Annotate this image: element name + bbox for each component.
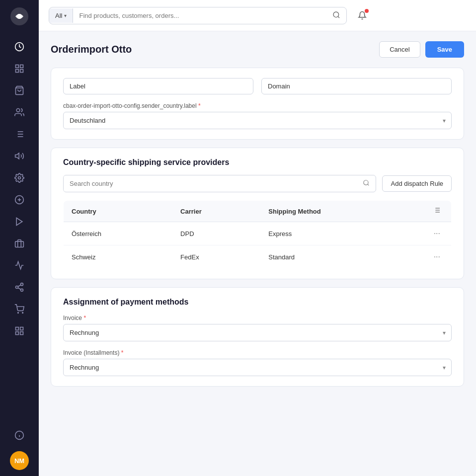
svg-point-37 [364,180,368,185]
sidebar-item-grid[interactable] [8,321,31,341]
chevron-down-icon: ▾ [64,13,67,18]
svg-point-21 [21,283,23,286]
country-column-header: Country [64,201,173,222]
sidebar-item-plugins[interactable] [8,190,31,210]
add-dispatch-rule-button[interactable]: Add dispatch Rule [382,175,452,192]
sender-country-select[interactable]: Deutschland Österreich Schweiz [63,112,452,129]
svg-rect-20 [15,241,24,247]
search-icon [357,175,376,192]
page-title: Orderimport Otto [51,44,132,55]
sender-country-label: cbax-order-import-otto-config.sender_cou… [63,102,452,109]
config-card: cbax-order-import-otto-config.sender_cou… [51,68,464,140]
svg-point-35 [333,12,339,17]
row-menu-button[interactable]: ··· [431,251,443,262]
svg-rect-6 [20,70,23,73]
sidebar-item-channels[interactable] [8,277,31,297]
sidebar-item-dashboard[interactable] [8,37,31,57]
svg-rect-5 [16,70,19,73]
sidebar-item-shop[interactable] [8,299,31,319]
carrier-column-header: Carrier [172,201,260,222]
svg-point-26 [18,313,19,314]
svg-point-16 [18,177,21,179]
search-box: All ▾ [49,7,347,24]
svg-point-22 [16,286,18,289]
user-avatar[interactable]: NM [10,451,29,470]
payment-card: Assignment of payment methods Invoice * … [51,287,464,387]
required-marker: * [83,315,86,321]
carrier-cell: FedEx [172,245,260,269]
country-search-input[interactable] [64,176,357,191]
search-filter-value: All [55,12,62,19]
search-input[interactable] [73,8,326,23]
sidebar-item-finance[interactable] [8,234,31,253]
sidebar-item-customers[interactable] [8,102,31,122]
sidebar-item-reports[interactable] [8,124,31,144]
invoice-installments-select-wrapper: Rechnung Ratenkauf Klarna ▾ [63,359,452,376]
country-cell: Schweiz [64,245,173,269]
cancel-button[interactable]: Cancel [379,41,420,58]
svg-line-36 [338,16,339,18]
topbar: All ▾ [39,0,476,31]
sender-country-group: cbax-order-import-otto-config.sender_cou… [63,102,452,129]
sidebar: NM [0,0,39,476]
svg-point-23 [21,289,23,291]
sidebar-item-deploy[interactable] [8,255,31,275]
shipping-method-column-header: Shipping Method [260,201,422,222]
carrier-cell: DPD [172,222,260,245]
sidebar-item-info[interactable] [8,425,31,445]
svg-rect-4 [20,65,23,68]
country-cell: Österreich [64,222,173,245]
top-fields-row [63,78,452,94]
required-marker: * [121,349,124,356]
save-button[interactable]: Save [425,41,464,58]
shipping-section-title: Country-specific shipping service provid… [63,158,452,167]
header-actions: Cancel Save [379,41,464,58]
svg-line-24 [18,288,21,289]
invoice-installments-field-group: Invoice (Installments) * Rechnung Ratenk… [63,349,452,376]
svg-line-25 [18,285,21,286]
label-field-group [63,78,253,94]
sidebar-item-settings[interactable] [8,168,31,188]
table-row: Österreich DPD Express ··· [64,222,452,245]
sidebar-item-launch[interactable] [8,212,31,232]
logo[interactable] [9,6,30,27]
row-actions-cell: ··· [423,245,452,269]
domain-field-group [261,78,452,94]
invoice-select-wrapper: Rechnung PayPal Kreditkarte ▾ [63,324,452,341]
svg-marker-15 [15,153,19,159]
sidebar-item-products[interactable] [8,80,31,100]
domain-input[interactable] [261,78,452,94]
table-row: Schweiz FedEx Standard ··· [64,245,452,269]
notification-button[interactable] [353,6,372,25]
dispatch-table-head: Country Carrier Shipping Method [64,201,452,222]
column-settings-button[interactable] [433,206,441,216]
required-marker: * [198,102,201,109]
search-icon[interactable] [326,7,346,24]
invoice-label: Invoice * [63,315,452,321]
invoice-installments-select[interactable]: Rechnung Ratenkauf Klarna [63,359,452,376]
page-content: Orderimport Otto Cancel Save cbax-order-… [39,31,476,476]
invoice-field-group: Invoice * Rechnung PayPal Kreditkarte ▾ [63,315,452,341]
svg-rect-29 [20,327,23,330]
page-header: Orderimport Otto Cancel Save [51,41,464,58]
main-area: All ▾ Orderimport Otto Cancel Save [39,0,476,476]
svg-point-1 [17,14,22,19]
svg-point-8 [16,109,20,112]
country-search-box [63,175,376,192]
sidebar-item-marketing[interactable] [8,146,31,166]
sidebar-item-orders[interactable] [8,59,31,79]
label-input[interactable] [63,78,253,94]
svg-point-27 [22,313,23,314]
notification-badge [365,9,369,13]
svg-rect-30 [20,332,23,335]
svg-rect-3 [16,65,19,68]
svg-rect-31 [16,332,19,335]
svg-rect-28 [16,327,19,330]
row-actions-cell: ··· [423,222,452,245]
shipping-card: Country-specific shipping service provid… [51,148,464,279]
row-menu-button[interactable]: ··· [431,228,443,239]
sender-country-select-wrapper: Deutschland Österreich Schweiz ▾ [63,112,452,129]
search-filter-dropdown[interactable]: All ▾ [49,8,73,23]
dispatch-table: Country Carrier Shipping Method Österrei… [63,200,452,269]
invoice-select[interactable]: Rechnung PayPal Kreditkarte [63,324,452,341]
